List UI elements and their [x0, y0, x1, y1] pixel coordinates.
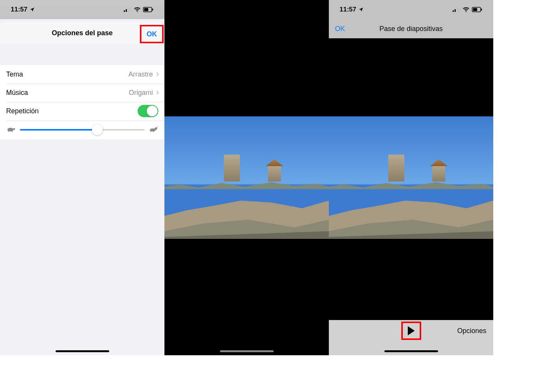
status-bar: 11:57: [0, 0, 164, 19]
svg-rect-15: [153, 131, 154, 132]
row-theme-value: Arrastre: [128, 70, 153, 78]
battery-icon: [472, 7, 483, 12]
status-bar: 11:57: [329, 0, 493, 19]
svg-rect-17: [455, 9, 456, 12]
status-time: 11:57: [11, 6, 27, 13]
turtle-icon: [6, 126, 16, 134]
home-indicator[interactable]: [220, 350, 274, 352]
slideshow-photo: [164, 116, 329, 239]
play-icon[interactable]: [408, 326, 415, 335]
ok-button[interactable]: OK: [335, 25, 345, 33]
home-indicator[interactable]: [384, 350, 438, 352]
rabbit-icon: [148, 126, 158, 134]
options-list: Tema Arrastre Música Origami Repetición: [0, 65, 164, 139]
battery-icon: [143, 7, 154, 12]
row-repeat: Repetición: [0, 102, 164, 120]
svg-rect-1: [126, 9, 127, 12]
svg-rect-0: [124, 10, 125, 12]
slideshow-paused-pane: 11:57: [329, 0, 493, 355]
svg-rect-18: [456, 8, 458, 12]
ok-button[interactable]: OK: [147, 30, 157, 38]
svg-point-9: [13, 128, 15, 130]
svg-rect-14: [150, 131, 151, 132]
svg-rect-19: [458, 7, 460, 12]
sheet-header: Opciones del pase OK: [0, 22, 164, 44]
options-pane: 11:57: [0, 0, 164, 355]
ok-button-highlight: OK: [141, 26, 163, 42]
slideshow-playing-pane[interactable]: [164, 0, 329, 355]
cellular-signal-icon: [453, 7, 460, 12]
slideshow-header: OK Pase de diapositivas: [329, 19, 493, 38]
svg-rect-10: [8, 131, 9, 132]
row-theme-label: Tema: [6, 70, 23, 78]
row-music[interactable]: Música Origami: [0, 83, 164, 102]
cellular-signal-icon: [124, 7, 131, 12]
row-theme[interactable]: Tema Arrastre: [0, 65, 164, 83]
options-sheet: Opciones del pase OK Tema Arrastre Músic…: [0, 22, 164, 355]
slideshow-toolbar: Opciones: [329, 320, 493, 355]
svg-point-4: [137, 11, 138, 12]
play-button-highlight: [402, 322, 420, 339]
options-button[interactable]: Opciones: [457, 327, 486, 335]
location-icon: [358, 7, 364, 12]
svg-rect-16: [453, 10, 454, 12]
wifi-icon: [463, 7, 469, 12]
svg-point-20: [466, 11, 466, 12]
status-time: 11:57: [340, 6, 356, 13]
svg-rect-22: [473, 8, 477, 11]
svg-rect-6: [144, 8, 148, 11]
svg-rect-11: [12, 131, 13, 132]
svg-rect-23: [481, 9, 482, 11]
speed-slider[interactable]: [20, 129, 144, 131]
chevron-right-icon: [154, 72, 159, 76]
location-icon: [30, 7, 35, 12]
repeat-toggle[interactable]: [138, 105, 158, 117]
svg-rect-3: [130, 7, 131, 12]
sheet-title: Opciones del pase: [52, 29, 113, 37]
row-speed: [0, 120, 164, 139]
row-music-label: Música: [6, 89, 28, 97]
slideshow-photo: [329, 116, 493, 239]
home-indicator[interactable]: [56, 350, 109, 352]
svg-rect-7: [152, 9, 153, 11]
chevron-right-icon: [154, 90, 159, 95]
wifi-icon: [134, 7, 141, 12]
slideshow-title: Pase de diapositivas: [379, 25, 443, 33]
speed-slider-thumb[interactable]: [92, 124, 103, 135]
row-repeat-label: Repetición: [6, 107, 39, 115]
row-music-value: Origami: [129, 89, 153, 97]
svg-rect-2: [128, 8, 129, 12]
